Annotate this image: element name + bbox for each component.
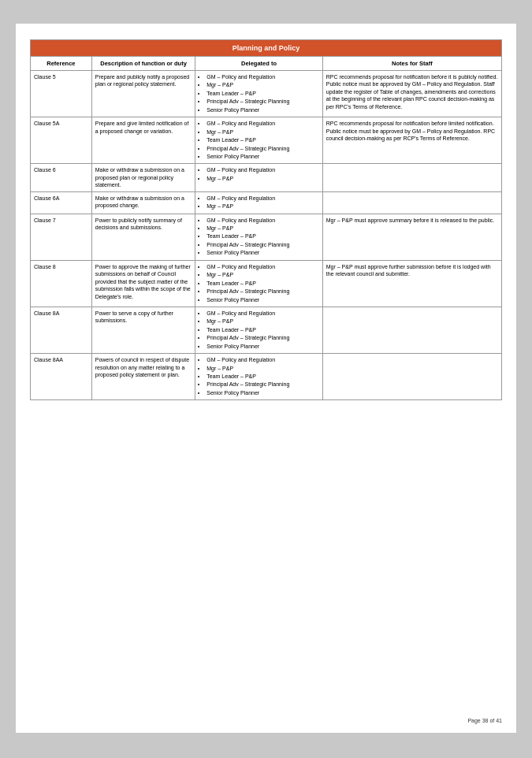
list-item: Mgr – P&P	[206, 128, 318, 136]
cell-description: Power to serve a copy of further submiss…	[91, 307, 195, 353]
cell-reference: Clause 7	[31, 214, 92, 260]
list-item: GM – Policy and Regulation	[206, 356, 318, 363]
cell-description: Make or withdraw a submission on a propo…	[91, 191, 195, 214]
cell-delegated: GM – Policy and RegulationMgr – P&P	[195, 191, 322, 214]
cell-notes: RPC recommends proposal for notification…	[322, 117, 501, 164]
cell-description: Prepare and give limited notification of…	[91, 117, 195, 164]
list-item: Senior Policy Planner	[206, 153, 318, 160]
list-item: Senior Policy Planner	[206, 106, 318, 113]
list-item: Mgr – P&P	[206, 203, 318, 210]
cell-notes: RPC recommends proposal for notification…	[322, 71, 501, 117]
cell-reference: Clause 8A	[31, 307, 92, 353]
cell-notes: Mgr – P&P must approve summary before it…	[322, 214, 501, 260]
list-item: Mgr – P&P	[206, 175, 318, 182]
cell-reference: Clause 5	[31, 71, 92, 117]
list-item: Team Leader – P&P	[206, 136, 318, 143]
table-row: Clause 7Power to publicly notify summary…	[31, 214, 502, 260]
list-item: GM – Policy and Regulation	[206, 73, 318, 80]
table-row: Clause 8AAPowers of council in respect o…	[31, 354, 502, 400]
list-item: Senior Policy Planner	[206, 343, 318, 350]
list-item: Team Leader – P&P	[206, 373, 318, 380]
cell-description: Prepare and publicly notify a proposed p…	[91, 71, 195, 117]
cell-delegated: GM – Policy and RegulationMgr – P&PTeam …	[195, 354, 322, 400]
table-row: Clause 6Make or withdraw a submission on…	[31, 164, 502, 191]
cell-delegated: GM – Policy and RegulationMgr – P&PTeam …	[195, 307, 322, 353]
col-header-reference: Reference	[31, 57, 92, 71]
column-header-row: Reference Description of function or dut…	[31, 57, 502, 71]
cell-delegated: GM – Policy and RegulationMgr – P&PTeam …	[195, 117, 322, 164]
cell-notes	[322, 164, 501, 191]
col-header-notes: Notes for Staff	[322, 57, 501, 71]
list-item: Principal Adv – Strategic Planning	[206, 381, 318, 388]
cell-reference: Clause 6	[31, 164, 92, 191]
cell-description: Power to publicly notify summary of deci…	[91, 214, 195, 260]
cell-delegated: GM – Policy and RegulationMgr – P&PTeam …	[195, 214, 322, 260]
list-item: Team Leader – P&P	[206, 280, 318, 287]
list-item: Mgr – P&P	[206, 81, 318, 88]
col-header-description: Description of function or duty	[91, 57, 195, 71]
cell-notes	[322, 307, 501, 353]
table-row: Clause 8APower to serve a copy of furthe…	[31, 307, 502, 353]
list-item: Mgr – P&P	[206, 225, 318, 232]
cell-reference: Clause 8	[31, 260, 92, 307]
cell-reference: Clause 6A	[31, 191, 92, 214]
list-item: Senior Policy Planner	[206, 389, 318, 396]
cell-description: Power to approve the making of further s…	[91, 260, 195, 307]
cell-reference: Clause 5A	[31, 117, 92, 164]
section-header-row: Planning and Policy	[31, 40, 502, 57]
list-item: GM – Policy and Regulation	[206, 217, 318, 224]
table-row: Clause 6AMake or withdraw a submission o…	[31, 191, 502, 214]
cell-notes: Mgr – P&P must approve further submissio…	[322, 260, 501, 307]
list-item: Principal Adv – Strategic Planning	[206, 98, 318, 105]
list-item: Principal Adv – Strategic Planning	[206, 288, 318, 295]
table-row: Clause 5APrepare and give limited notifi…	[31, 117, 502, 164]
list-item: GM – Policy and Regulation	[206, 310, 318, 317]
list-item: Senior Policy Planner	[206, 296, 318, 303]
col-header-delegated: Delegated to	[195, 57, 322, 71]
cell-delegated: GM – Policy and RegulationMgr – P&PTeam …	[195, 71, 322, 117]
list-item: Mgr – P&P	[206, 318, 318, 325]
cell-delegated: GM – Policy and RegulationMgr – P&PTeam …	[195, 260, 322, 307]
list-item: Mgr – P&P	[206, 365, 318, 372]
list-item: Mgr – P&P	[206, 271, 318, 278]
cell-description: Make or withdraw a submission on a propo…	[91, 164, 195, 191]
list-item: Principal Adv – Strategic Planning	[206, 145, 318, 152]
list-item: Senior Policy Planner	[206, 249, 318, 256]
list-item: Team Leader – P&P	[206, 326, 318, 333]
table-wrapper: Planning and Policy Reference Descriptio…	[30, 39, 502, 400]
cell-notes	[322, 191, 501, 214]
main-table: Planning and Policy Reference Descriptio…	[30, 39, 502, 400]
cell-delegated: GM – Policy and RegulationMgr – P&P	[195, 164, 322, 191]
list-item: GM – Policy and Regulation	[206, 195, 318, 202]
list-item: GM – Policy and Regulation	[206, 263, 318, 270]
list-item: Principal Adv – Strategic Planning	[206, 241, 318, 248]
list-item: GM – Policy and Regulation	[206, 120, 318, 127]
page-number: Page 38 of 41	[467, 718, 502, 723]
table-row: Clause 5Prepare and publicly notify a pr…	[31, 71, 502, 117]
cell-description: Powers of council in respect of dispute …	[91, 354, 195, 400]
section-title: Planning and Policy	[31, 40, 502, 57]
list-item: Principal Adv – Strategic Planning	[206, 334, 318, 341]
list-item: Team Leader – P&P	[206, 232, 318, 240]
page: Planning and Policy Reference Descriptio…	[16, 24, 516, 733]
table-row: Clause 8Power to approve the making of f…	[31, 260, 502, 307]
cell-reference: Clause 8AA	[31, 354, 92, 400]
list-item: Team Leader – P&P	[206, 90, 318, 97]
cell-notes	[322, 354, 501, 400]
list-item: GM – Policy and Regulation	[206, 166, 318, 173]
